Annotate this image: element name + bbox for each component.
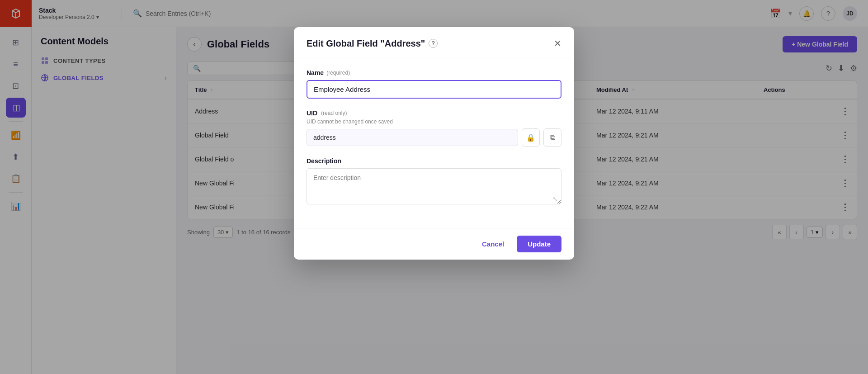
uid-label: UID (read only) — [307, 109, 561, 117]
name-input[interactable] — [307, 80, 561, 99]
description-field-group: Description ⤡ — [307, 157, 561, 206]
name-field-group: Name (required) — [307, 69, 561, 99]
edit-global-field-modal: Edit Global Field "Address" ? ✕ Name (re… — [294, 27, 574, 260]
modal-overlay: Edit Global Field "Address" ? ✕ Name (re… — [0, 0, 868, 374]
uid-field-group: UID (read only) UID cannot be changed on… — [307, 109, 561, 147]
close-icon[interactable]: ✕ — [554, 38, 561, 49]
modal-body: Name (required) UID (read only) UID cann… — [294, 58, 574, 228]
uid-hint: UID cannot be changed once saved — [307, 118, 561, 125]
uid-readonly-tag: (read only) — [321, 110, 347, 116]
description-wrapper: ⤡ — [307, 168, 561, 206]
modal-header: Edit Global Field "Address" ? ✕ — [294, 27, 574, 58]
uid-input-row: 🔒 ⧉ — [307, 128, 561, 147]
resize-icon: ⤡ — [552, 195, 558, 203]
update-button[interactable]: Update — [517, 236, 561, 252]
help-icon-modal[interactable]: ? — [429, 39, 438, 48]
modal-footer: Cancel Update — [294, 228, 574, 260]
description-label: Description — [307, 157, 561, 165]
name-label: Name (required) — [307, 69, 561, 76]
copy-icon[interactable]: ⧉ — [543, 128, 561, 147]
lock-icon[interactable]: 🔒 — [522, 128, 540, 147]
modal-title: Edit Global Field "Address" ? — [307, 38, 438, 49]
description-textarea[interactable] — [307, 168, 561, 204]
cancel-button[interactable]: Cancel — [475, 236, 511, 252]
uid-input[interactable] — [307, 129, 518, 146]
required-tag: (required) — [326, 70, 350, 76]
